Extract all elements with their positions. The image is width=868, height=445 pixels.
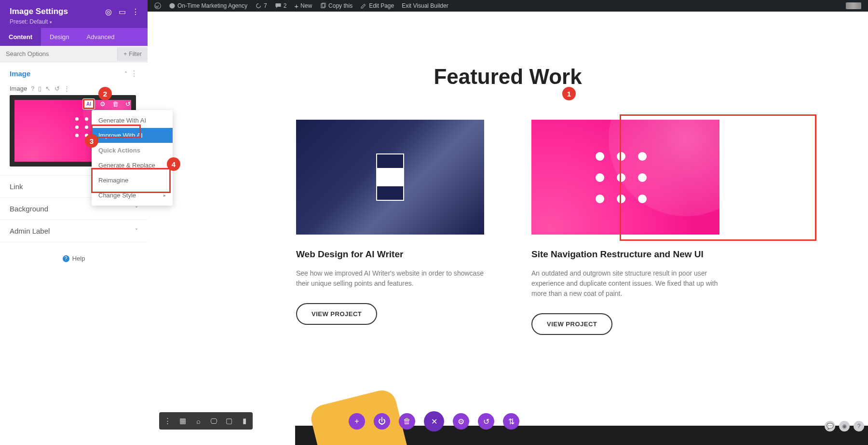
zoom-icon[interactable]: ⌕: [194, 417, 203, 425]
more-icon[interactable]: ⋮: [163, 417, 172, 425]
chevron-down-icon: ˅: [135, 228, 138, 235]
avatar: [846, 2, 861, 9]
wireframe-icon[interactable]: ▦: [178, 417, 187, 425]
section-admin-label-head[interactable]: Admin Label ˅: [0, 220, 148, 242]
menu-reimagine[interactable]: Reimagine: [92, 173, 173, 188]
settings-sidebar: Image Settings ◎ ▭ ⋮ Preset: Default ▾ C…: [0, 0, 148, 445]
close-builder-button[interactable]: ✕: [424, 411, 444, 431]
wp-logo[interactable]: [150, 0, 165, 12]
view-toolbar: ⋮ ▦ ⌕ 🖵 ▢ ▮: [159, 412, 253, 430]
callout-badge-2: 2: [98, 87, 112, 100]
help-icon[interactable]: ?: [854, 421, 864, 431]
updates[interactable]: 7: [251, 0, 271, 12]
info-icon[interactable]: ◉: [839, 421, 850, 431]
sidebar-header: Image Settings ◎ ▭ ⋮ Preset: Default ▾: [0, 0, 148, 28]
filter-button[interactable]: +Filter: [117, 47, 148, 61]
help-link[interactable]: ?Help: [0, 242, 148, 275]
search-row: +Filter: [0, 46, 148, 62]
chat-icon[interactable]: 💬: [825, 421, 835, 431]
exit-visual-builder[interactable]: Exit Visual Builder: [398, 0, 452, 12]
field-more-icon[interactable]: ⋮: [64, 85, 70, 92]
preset-label[interactable]: Preset: Default ▾: [10, 18, 139, 25]
gear-icon[interactable]: ⚙: [98, 100, 107, 109]
tab-design[interactable]: Design: [41, 28, 78, 46]
tab-content[interactable]: Content: [0, 28, 41, 46]
more-icon[interactable]: ⋮: [132, 8, 139, 15]
expand-icon[interactable]: ▭: [119, 8, 125, 15]
svg-point-1: [169, 3, 175, 8]
mobile-icon[interactable]: ▯: [38, 85, 41, 92]
settings-tabs: Content Design Advanced: [0, 28, 148, 46]
history-button[interactable]: ↺: [478, 413, 494, 430]
trash-icon[interactable]: 🗑: [111, 100, 120, 109]
wp-admin-bar: On-Time Marketing Agency 7 2 +New Copy t…: [148, 0, 868, 12]
search-input[interactable]: [0, 46, 117, 62]
view-project-button[interactable]: VIEW PROJECT: [531, 313, 612, 335]
sort-button[interactable]: ⇅: [503, 413, 519, 430]
card-web-design: Web Design for AI Writer See how we impr…: [296, 120, 484, 335]
undo-icon[interactable]: ↺: [123, 100, 132, 109]
user-menu[interactable]: [842, 0, 865, 12]
section-image-head[interactable]: Image ˄⋮: [0, 62, 148, 85]
chevron-down-icon: ˅: [135, 206, 138, 212]
site-name[interactable]: On-Time Marketing Agency: [165, 0, 251, 12]
image-field-label: Image: [10, 85, 27, 92]
help-bubbles: 💬 ◉ ?: [825, 421, 864, 431]
edit-page[interactable]: Edit Page: [356, 0, 398, 12]
page-heading: Featured Work: [148, 65, 868, 89]
card-text: See how we improved AI Writer's website …: [296, 268, 484, 289]
help-badge-icon: ?: [63, 255, 69, 262]
copy-this[interactable]: Copy this: [316, 0, 356, 12]
card-image-1[interactable]: [296, 120, 484, 235]
tablet-icon[interactable]: ▢: [225, 417, 233, 425]
settings-button[interactable]: ⚙: [453, 413, 469, 430]
menu-change-style[interactable]: Change Style▸: [92, 188, 173, 203]
power-button[interactable]: ⏻: [374, 413, 390, 430]
desktop-icon[interactable]: 🖵: [209, 417, 218, 425]
trash-button[interactable]: 🗑: [399, 413, 415, 430]
card-text: An outdated and outgrown site structure …: [531, 268, 719, 299]
tab-advanced[interactable]: Advanced: [78, 28, 123, 46]
page-canvas: Featured Work Web Design for AI Writer S…: [148, 12, 868, 445]
reset-icon[interactable]: ↺: [54, 85, 60, 92]
thumb-toolbar: AI ⚙ 🗑 ↺: [83, 99, 132, 109]
callout-badge-1: 1: [562, 87, 576, 100]
chevron-up-icon: ˄: [124, 71, 127, 78]
callout-badge-4: 4: [167, 157, 180, 171]
menu-generate-replace[interactable]: Generate & Replace: [92, 158, 173, 173]
menu-generate-with-ai[interactable]: Generate With AI: [92, 113, 173, 128]
callout-box-1: [620, 114, 816, 241]
phone-icon[interactable]: ▮: [240, 417, 249, 425]
chevron-right-icon: ▸: [163, 193, 166, 198]
card-title: Web Design for AI Writer: [296, 249, 484, 260]
image-field-label-row: Image ? ▯ ↖ ↺ ⋮: [10, 85, 138, 92]
comments[interactable]: 2: [271, 0, 291, 12]
menu-quick-actions-header: Quick Actions: [92, 143, 173, 158]
view-project-button[interactable]: VIEW PROJECT: [296, 303, 377, 325]
settings-title: Image Settings: [10, 7, 68, 16]
new-content[interactable]: +New: [290, 0, 316, 12]
ai-context-menu: Generate With AI Improve With AI Quick A…: [92, 110, 173, 206]
drag-icon[interactable]: ◎: [105, 8, 112, 15]
add-button[interactable]: +: [349, 413, 365, 430]
section-admin-label: Admin Label ˅: [0, 220, 148, 242]
card-title: Site Navigation Restructure and New UI: [531, 249, 719, 260]
hover-icon[interactable]: ↖: [45, 85, 51, 92]
callout-badge-3: 3: [85, 134, 98, 148]
section-more-icon[interactable]: ⋮: [130, 70, 138, 78]
builder-action-bar: + ⏻ 🗑 ✕ ⚙ ↺ ⇅: [349, 411, 519, 431]
ai-button[interactable]: AI: [83, 99, 95, 109]
help-icon[interactable]: ?: [31, 85, 34, 92]
menu-improve-with-ai[interactable]: Improve With AI: [92, 128, 173, 143]
